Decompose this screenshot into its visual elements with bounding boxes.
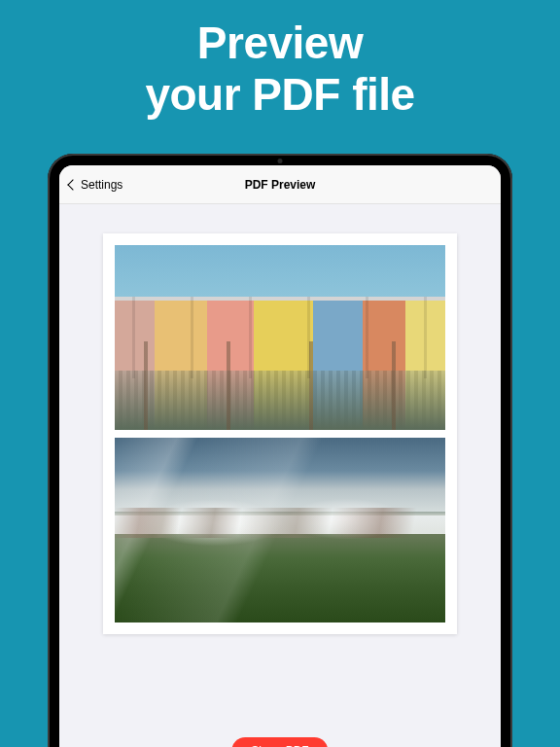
headline-line-1: Preview	[0, 18, 560, 69]
nav-bar: Settings PDF Preview	[59, 165, 501, 204]
pdf-image-1	[115, 245, 445, 430]
pdf-image-2	[115, 438, 445, 622]
headline-line-2: your PDF file	[0, 69, 560, 121]
back-label: Settings	[81, 178, 122, 192]
share-pdf-button[interactable]: Share PDF	[231, 737, 328, 747]
content-area: Share PDF	[59, 204, 501, 747]
page-title: PDF Preview	[245, 178, 316, 192]
ipad-device-frame: Settings PDF Preview Share PDF	[48, 154, 512, 747]
back-button[interactable]: Settings	[69, 178, 122, 192]
app-screen: Settings PDF Preview Share PDF	[59, 165, 501, 747]
pdf-preview-page[interactable]	[103, 233, 457, 634]
camera-dot	[278, 159, 283, 163]
marketing-headline: Preview your PDF file	[0, 0, 560, 121]
chevron-left-icon	[67, 179, 78, 190]
